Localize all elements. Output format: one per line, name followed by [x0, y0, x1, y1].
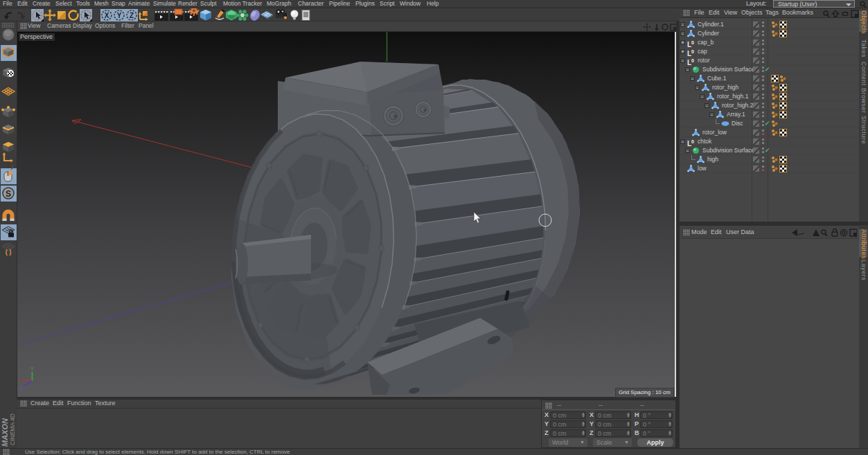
svg-text:Y: Y — [30, 366, 34, 372]
svg-text:CINEMA 4D: CINEMA 4D — [9, 413, 16, 445]
svg-text:MAXON: MAXON — [1, 418, 9, 447]
svg-text:X: X — [105, 12, 109, 19]
svg-text:Y: Y — [117, 12, 122, 19]
svg-text:( ): ( ) — [6, 249, 12, 256]
svg-text:Z: Z — [130, 12, 134, 19]
svg-text:X: X — [21, 377, 24, 384]
svg-text:Z: Z — [20, 386, 24, 392]
svg-text:S: S — [6, 189, 11, 199]
